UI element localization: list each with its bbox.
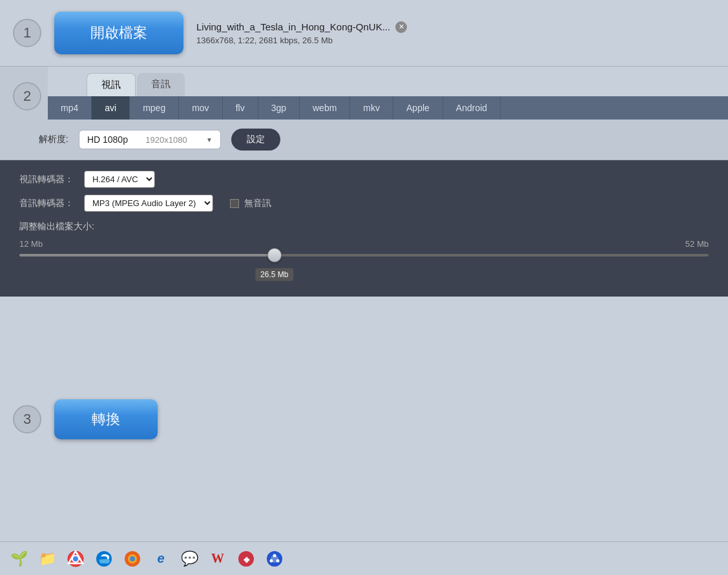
resolution-area: 解析度: HD 1080p 1920x1080 ▼ 設定	[0, 120, 728, 160]
format-android[interactable]: Android	[443, 96, 501, 120]
no-audio-checkbox[interactable]	[230, 199, 239, 208]
format-mkv[interactable]: mkv	[350, 96, 393, 120]
video-codec-label: 視訊轉碼器：	[19, 174, 78, 185]
resolution-value: HD 1080p	[87, 134, 128, 145]
step-2-badge: 2	[13, 82, 41, 110]
resolution-dropdown[interactable]: HD 1080p 1920x1080 ▼	[79, 130, 221, 149]
close-file-button[interactable]: ✕	[395, 21, 407, 33]
svg-point-12	[270, 559, 273, 562]
format-webm[interactable]: webm	[300, 96, 350, 120]
resolution-size: 1920x1080	[145, 135, 187, 145]
slider-min-label: 12 Mb	[19, 239, 43, 249]
plant-icon[interactable]: 🌱	[6, 547, 31, 571]
chrome-icon[interactable]	[63, 547, 88, 571]
svg-point-6	[130, 556, 135, 561]
slider-value-bubble: 26.5 Mb	[255, 268, 293, 281]
no-audio-label: 無音訊	[244, 198, 271, 209]
svg-point-13	[276, 559, 280, 562]
section-codec: 視訊轉碼器： H.264 / AVC 音訊轉碼器： MP3 (MPEG Audi…	[0, 160, 728, 297]
size-title: 調整輸出檔案大小:	[19, 221, 709, 233]
format-flv[interactable]: flv	[223, 96, 258, 120]
tab-video[interactable]: 視訊	[87, 73, 136, 96]
svg-text:◈: ◈	[243, 555, 250, 564]
size-section: 調整輸出檔案大小: 12 Mb 52 Mb 26.5 Mb	[19, 221, 709, 281]
taskbar: 🌱 📁 e 💬 W ◈	[0, 541, 728, 575]
slider-labels: 12 Mb 52 Mb	[19, 239, 709, 249]
word-icon[interactable]: W	[205, 547, 230, 571]
format-mpeg[interactable]: mpeg	[130, 96, 179, 120]
format-avi[interactable]: avi	[92, 96, 130, 120]
file-name-row: Living_with_a_Tesla_in_Hong_Kong-QnUK...…	[196, 21, 407, 33]
slider-thumb[interactable]	[267, 248, 282, 262]
app8-icon[interactable]: ◈	[234, 547, 258, 571]
audio-codec-select[interactable]: MP3 (MPEG Audio Layer 2)	[84, 194, 213, 212]
svg-point-3	[96, 551, 112, 567]
section-2: 2 視訊 音訊 mp4 avi mpeg mov flv 3gp webm mk…	[0, 67, 728, 160]
format-bar: mp4 avi mpeg mov flv 3gp webm mkv Apple …	[48, 96, 728, 120]
tabs-area: 視訊 音訊	[48, 67, 728, 96]
format-apple[interactable]: Apple	[393, 96, 443, 120]
convert-button[interactable]: 轉換	[54, 399, 158, 439]
dropdown-arrow-icon: ▼	[206, 136, 213, 143]
file-info: Living_with_a_Tesla_in_Hong_Kong-QnUK...…	[196, 21, 407, 45]
file-name: Living_with_a_Tesla_in_Hong_Kong-QnUK...	[196, 21, 390, 32]
audio-codec-label: 音訊轉碼器：	[19, 198, 78, 209]
video-codec-select[interactable]: H.264 / AVC	[84, 171, 155, 188]
settings-button[interactable]: 設定	[231, 129, 280, 151]
resolution-select-inner: HD 1080p 1920x1080 ▼	[87, 134, 213, 145]
video-codec-row: 視訊轉碼器： H.264 / AVC	[19, 171, 709, 188]
no-audio-row: 無音訊	[230, 198, 271, 209]
slider-container: 12 Mb 52 Mb 26.5 Mb	[19, 239, 709, 281]
step-1-badge: 1	[13, 19, 41, 47]
step-3-badge: 3	[13, 405, 41, 434]
slider-fill	[19, 254, 275, 256]
slider-track[interactable]	[19, 254, 709, 256]
wechat-icon[interactable]: 💬	[177, 547, 202, 571]
app9-icon[interactable]	[262, 547, 287, 571]
ie-icon[interactable]: e	[149, 547, 173, 571]
firefox-icon[interactable]	[120, 547, 145, 571]
file-meta: 1366x768, 1:22, 2681 kbps, 26.5 Mb	[196, 36, 407, 45]
format-3gp[interactable]: 3gp	[258, 96, 300, 120]
svg-point-2	[73, 556, 78, 561]
svg-point-11	[273, 554, 276, 557]
format-mov[interactable]: mov	[179, 96, 222, 120]
tab-audio[interactable]: 音訊	[137, 73, 185, 96]
main-content: 1 開啟檔案 Living_with_a_Tesla_in_Hong_Kong-…	[0, 0, 728, 541]
section-3: 3 轉換	[0, 297, 728, 541]
folder-icon[interactable]: 📁	[35, 547, 59, 571]
format-mp4[interactable]: mp4	[48, 96, 92, 120]
resolution-label: 解析度:	[39, 134, 68, 145]
open-file-button[interactable]: 開啟檔案	[54, 12, 183, 54]
section-1: 1 開啟檔案 Living_with_a_Tesla_in_Hong_Kong-…	[0, 0, 728, 67]
slider-max-label: 52 Mb	[685, 239, 709, 249]
audio-codec-row: 音訊轉碼器： MP3 (MPEG Audio Layer 2) 無音訊	[19, 194, 709, 212]
edge-icon[interactable]	[92, 547, 116, 571]
